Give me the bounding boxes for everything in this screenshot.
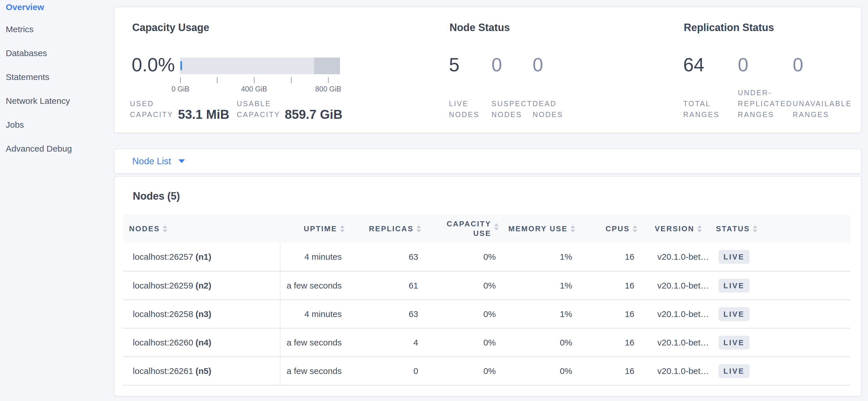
cpus-cell: 16	[578, 271, 645, 300]
node-address-link[interactable]: localhost:26260	[133, 338, 193, 347]
total-ranges-value: 64	[683, 54, 704, 75]
capacity-usage-bar-chart: 0 GiB 400 GiB 800 GiB	[180, 58, 340, 74]
sidebar-item-overview[interactable]: Overview	[0, 0, 114, 17]
status-badge: LIVE	[718, 279, 750, 292]
cpus-cell: 16	[578, 300, 645, 328]
column-header-status[interactable]: STATUS	[709, 214, 850, 243]
node-id: (n2)	[195, 281, 211, 290]
column-header-replicas[interactable]: REPLICAS	[347, 214, 423, 243]
sidebar-item-databases[interactable]: Databases	[0, 41, 114, 65]
table-header-row: NODES UPTIME REPLICAS CAPACITY USE MEMOR…	[123, 214, 850, 243]
used-capacity-label: USED CAPACITY	[130, 98, 173, 120]
sort-icon	[340, 225, 345, 232]
view-selector-card: Node List	[114, 148, 862, 174]
version-cell: v20.1.0-bet…	[645, 328, 709, 357]
replicas-cell: 63	[347, 243, 423, 271]
memory-use-cell: 1%	[501, 271, 578, 300]
memory-use-cell: 1%	[501, 300, 578, 328]
capacity-details: USED CAPACITY 53.1 MiB USABLE CAPACITY 8…	[130, 98, 342, 120]
nodes-table-card: Nodes (5) NODES UPTIME REPLICAS CAPACITY…	[114, 176, 862, 396]
memory-use-cell: 1%	[501, 243, 578, 271]
node-list-dropdown[interactable]: Node List	[132, 156, 171, 167]
sidebar-nav: Overview Metrics Databases Statements Ne…	[0, 0, 114, 161]
node-id: (n1)	[195, 252, 211, 261]
column-header-cpus[interactable]: CPUS	[578, 214, 645, 243]
version-cell: v20.1.0-bet…	[645, 357, 709, 385]
version-cell: v20.1.0-bet…	[645, 271, 709, 300]
axis-label-800: 800 GiB	[315, 85, 341, 93]
node-id: (n5)	[195, 366, 211, 376]
under-replicated-ranges-label: UNDER- REPLICATED RANGES	[738, 87, 793, 120]
unavailable-ranges-label: UNAVAILABLE RANGES	[793, 98, 852, 120]
node-id: (n4)	[195, 338, 211, 347]
status-badge: LIVE	[718, 307, 750, 321]
status-badge: LIVE	[718, 364, 750, 378]
dead-nodes-label: DEAD NODES	[533, 98, 563, 120]
axis-tick-400	[254, 77, 255, 83]
unavailable-ranges-value: 0	[793, 54, 803, 75]
sort-icon	[494, 223, 499, 230]
sort-icon	[697, 225, 702, 232]
column-header-nodes[interactable]: NODES	[123, 214, 280, 243]
memory-use-cell: 0%	[501, 328, 578, 357]
cpus-cell: 16	[578, 243, 645, 271]
capacity-bar-reserved-segment	[314, 58, 340, 74]
used-capacity-value: 53.1 MiB	[178, 109, 229, 120]
node-address-link[interactable]: localhost:26257	[133, 252, 193, 261]
uptime-cell: a few seconds	[280, 357, 347, 385]
uptime-cell: 4 minutes	[280, 243, 347, 271]
sort-icon	[163, 225, 167, 232]
live-nodes-value: 5	[449, 54, 460, 75]
capacity-bar-used-marker	[181, 61, 182, 70]
nodes-table-title: Nodes (5)	[133, 190, 861, 202]
cluster-summary-card: Capacity Usage 0.0% 0 GiB 400 GiB 800 Gi…	[114, 7, 862, 133]
capacity-use-cell: 0%	[423, 328, 501, 357]
sidebar: Overview Metrics Databases Statements Ne…	[0, 0, 114, 401]
capacity-use-cell: 0%	[423, 271, 501, 300]
axis-tick-200	[217, 77, 218, 83]
live-nodes-label: LIVE NODES	[449, 98, 479, 120]
capacity-use-cell: 0%	[423, 357, 501, 385]
node-id: (n3)	[195, 309, 211, 319]
axis-tick-0	[180, 77, 181, 83]
node-status-title: Node Status	[450, 22, 510, 34]
sidebar-item-network-latency[interactable]: Network Latency	[0, 89, 114, 113]
replicas-cell: 63	[347, 300, 423, 328]
sort-icon	[570, 225, 575, 232]
chevron-down-icon[interactable]	[179, 160, 185, 163]
column-header-capacity-use[interactable]: CAPACITY USE	[423, 214, 501, 243]
status-badge: LIVE	[718, 250, 750, 264]
node-address-link[interactable]: localhost:26258	[133, 309, 193, 319]
replicas-cell: 0	[347, 357, 423, 385]
nodes-table: NODES UPTIME REPLICAS CAPACITY USE MEMOR…	[123, 214, 850, 385]
axis-label-0: 0 GiB	[172, 85, 190, 93]
usable-capacity-value: 859.7 GiB	[285, 109, 343, 120]
sidebar-item-jobs[interactable]: Jobs	[0, 113, 114, 137]
uptime-cell: a few seconds	[280, 271, 347, 300]
capacity-used-percent: 0.0%	[132, 54, 175, 75]
table-row: localhost:26257(n1) 4 minutes 63 0% 1% 1…	[123, 243, 850, 271]
status-badge: LIVE	[718, 336, 750, 349]
replication-status-title: Replication Status	[684, 22, 774, 34]
column-header-version[interactable]: VERSION	[645, 214, 709, 243]
sort-icon	[632, 225, 637, 232]
sidebar-item-statements[interactable]: Statements	[0, 65, 114, 89]
node-address-link[interactable]: localhost:26261	[133, 366, 193, 376]
node-address-link[interactable]: localhost:26259	[133, 281, 193, 290]
memory-use-cell: 0%	[501, 357, 578, 385]
capacity-usage-section: Capacity Usage 0.0% 0 GiB 400 GiB 800 Gi…	[132, 7, 448, 133]
under-replicated-ranges-value: 0	[738, 54, 748, 75]
sidebar-item-metrics[interactable]: Metrics	[0, 17, 114, 41]
column-header-memory-use[interactable]: MEMORY USE	[501, 214, 578, 243]
table-row: localhost:26258(n3) 4 minutes 63 0% 1% 1…	[123, 300, 850, 328]
total-ranges-label: TOTAL RANGES	[683, 98, 720, 120]
capacity-use-cell: 0%	[423, 300, 501, 328]
sidebar-item-advanced-debug[interactable]: Advanced Debug	[0, 137, 114, 161]
column-header-uptime[interactable]: UPTIME	[280, 214, 347, 243]
capacity-bar-usable-segment	[180, 58, 314, 74]
suspect-nodes-label: SUSPECT NODES	[492, 98, 533, 120]
axis-label-400: 400 GiB	[241, 85, 267, 93]
capacity-usage-title: Capacity Usage	[132, 22, 209, 34]
cpus-cell: 16	[578, 357, 645, 385]
node-status-section: Node Status 5 LIVE NODES 0 SUSPECT NODES…	[449, 7, 679, 133]
